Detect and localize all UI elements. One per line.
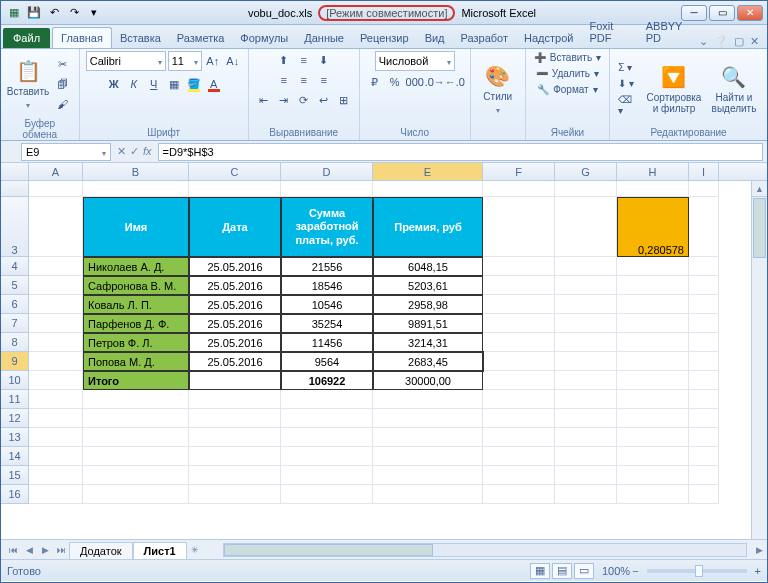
cell[interactable]: 5203,61 [373, 276, 483, 295]
cell[interactable] [373, 428, 483, 447]
cell[interactable] [555, 257, 617, 276]
cell[interactable] [29, 447, 83, 466]
maximize-button[interactable]: ▭ [709, 5, 735, 21]
redo-icon[interactable]: ↷ [65, 4, 83, 22]
vertical-scrollbar[interactable]: ▲ [751, 181, 767, 539]
cell[interactable]: Парфенов Д. Ф. [83, 314, 189, 333]
copy-icon[interactable]: 🗐 [53, 75, 71, 93]
cell[interactable] [281, 409, 373, 428]
row-header[interactable] [1, 181, 29, 197]
save-icon[interactable]: 💾 [25, 4, 43, 22]
align-top-icon[interactable]: ⬆ [275, 51, 293, 69]
row-header[interactable]: 14 [1, 447, 29, 466]
cell[interactable] [689, 197, 719, 257]
cell[interactable] [29, 295, 83, 314]
cell[interactable] [689, 485, 719, 504]
cell[interactable] [483, 257, 555, 276]
zoom-out-button[interactable]: − [632, 565, 638, 577]
minimize-ribbon-icon[interactable]: ⌄ [699, 35, 708, 48]
cell[interactable] [483, 295, 555, 314]
clear-button[interactable]: ⌫ ▾ [616, 93, 641, 117]
col-header[interactable]: A [29, 163, 83, 180]
cell[interactable] [617, 295, 689, 314]
cell[interactable]: 25.05.2016 [189, 295, 281, 314]
row-header[interactable]: 9 [1, 352, 29, 371]
cell[interactable] [483, 409, 555, 428]
comma-icon[interactable]: 000 [406, 73, 424, 91]
cell[interactable] [29, 466, 83, 485]
doc-restore-icon[interactable]: ▢ [734, 35, 744, 48]
fx-icon[interactable]: fx [143, 145, 152, 158]
cell[interactable]: 106922 [281, 371, 373, 390]
increase-font-icon[interactable]: A↑ [204, 52, 222, 70]
tab-review[interactable]: Рецензир [352, 28, 417, 48]
zoom-level[interactable]: 100% [602, 565, 630, 577]
cell[interactable] [555, 447, 617, 466]
cell[interactable] [281, 428, 373, 447]
cell[interactable] [617, 352, 689, 371]
col-header[interactable]: D [281, 163, 373, 180]
font-color-button[interactable]: A [205, 75, 223, 93]
cell[interactable] [29, 352, 83, 371]
cell[interactable] [555, 314, 617, 333]
cell[interactable] [29, 257, 83, 276]
cell[interactable] [483, 371, 555, 390]
scroll-thumb[interactable] [224, 544, 433, 556]
tab-addins[interactable]: Надстрой [516, 28, 581, 48]
sheet-tab[interactable]: Додаток [69, 542, 133, 559]
italic-button[interactable]: К [125, 75, 143, 93]
decrease-indent-icon[interactable]: ⇤ [255, 91, 273, 109]
cell[interactable] [281, 485, 373, 504]
delete-cells-button[interactable]: ➖ Удалить ▾ [534, 67, 601, 80]
cell[interactable] [617, 485, 689, 504]
cell[interactable] [617, 276, 689, 295]
increase-indent-icon[interactable]: ⇥ [275, 91, 293, 109]
cell[interactable]: 25.05.2016 [189, 314, 281, 333]
tab-home[interactable]: Главная [52, 27, 112, 48]
cell[interactable] [83, 428, 189, 447]
cancel-formula-icon[interactable]: ✕ [117, 145, 126, 158]
cell[interactable] [29, 428, 83, 447]
cell[interactable]: 11456 [281, 333, 373, 352]
row-header[interactable]: 3 [1, 197, 29, 257]
cell[interactable] [483, 428, 555, 447]
cell[interactable] [373, 409, 483, 428]
zoom-in-button[interactable]: + [755, 565, 761, 577]
formula-input[interactable]: =D9*$H$3 [158, 143, 763, 161]
cell[interactable] [555, 466, 617, 485]
file-tab[interactable]: Файл [3, 28, 50, 48]
tab-developer[interactable]: Разработ [453, 28, 516, 48]
cell[interactable] [483, 447, 555, 466]
cell[interactable] [373, 485, 483, 504]
col-header[interactable]: F [483, 163, 555, 180]
tab-insert[interactable]: Вставка [112, 28, 169, 48]
autosum-button[interactable]: Σ ▾ [616, 61, 641, 74]
cell[interactable] [29, 409, 83, 428]
qat-more-icon[interactable]: ▾ [85, 4, 103, 22]
cell[interactable] [689, 333, 719, 352]
cell[interactable] [689, 466, 719, 485]
row-header[interactable]: 12 [1, 409, 29, 428]
row-header[interactable]: 4 [1, 257, 29, 276]
cell[interactable] [689, 371, 719, 390]
row-header[interactable]: 7 [1, 314, 29, 333]
cell[interactable] [689, 257, 719, 276]
cell[interactable]: Итого [83, 371, 189, 390]
cell[interactable] [83, 485, 189, 504]
paste-button[interactable]: 📋 Вставить [7, 51, 49, 117]
page-layout-view-icon[interactable]: ▤ [552, 563, 572, 579]
decrease-font-icon[interactable]: A↓ [224, 52, 242, 70]
cell[interactable] [555, 485, 617, 504]
cell[interactable]: Имя [83, 197, 189, 257]
cell[interactable] [483, 485, 555, 504]
cell[interactable]: Петров Ф. Л. [83, 333, 189, 352]
cell[interactable] [189, 409, 281, 428]
row-header[interactable]: 10 [1, 371, 29, 390]
cell[interactable] [29, 390, 83, 409]
cell[interactable] [189, 447, 281, 466]
cell[interactable]: 18546 [281, 276, 373, 295]
help-icon[interactable]: ❔ [714, 35, 728, 48]
cell[interactable] [483, 314, 555, 333]
cell[interactable] [83, 390, 189, 409]
tab-foxit[interactable]: Foxit PDF [581, 16, 637, 48]
